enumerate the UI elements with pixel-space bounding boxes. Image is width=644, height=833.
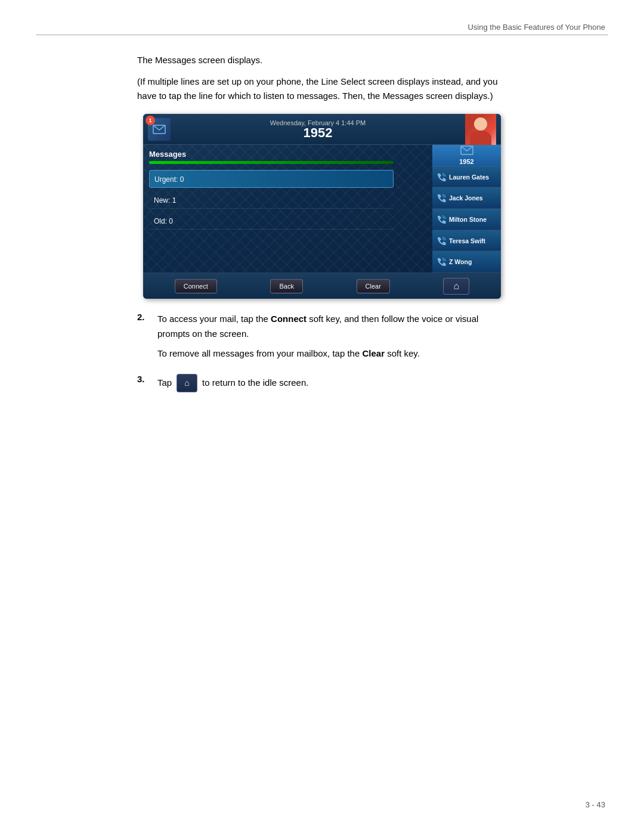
step-3: 3. Tap ⌂ to return to the idle screen.	[137, 374, 507, 392]
voice-icon-teresa	[436, 237, 447, 245]
step-3-home-button[interactable]: ⌂	[177, 374, 197, 392]
new-text: New: 1	[154, 196, 176, 205]
phone-screenshot: 1 Wednesday, February 4 1:44 PM 1952 Mes…	[143, 114, 501, 299]
contact-name-zwong: Z Wong	[449, 258, 472, 265]
step-2-para2: To remove all messages from your mailbox…	[157, 346, 507, 361]
new-row: New: 1	[149, 191, 394, 209]
phone-datetime: Wednesday, February 4 1:44 PM 1952	[171, 119, 465, 140]
urgent-row[interactable]: Urgent: 0	[149, 170, 394, 188]
contact-btn-teresa[interactable]: Teresa Swift	[432, 230, 501, 252]
step-2: 2. To access your mail, tap the Connect …	[137, 312, 507, 366]
step-2-number: 2.	[137, 312, 149, 322]
phone-avatar	[465, 114, 496, 145]
phone-topbar: 1 Wednesday, February 4 1:44 PM 1952	[143, 114, 501, 145]
phone-number: 1952	[171, 126, 465, 140]
phone-softkeys-bar: Connect Back Clear ⌂	[143, 272, 501, 299]
step-3-number: 3.	[137, 374, 149, 384]
clear-button[interactable]: Clear	[357, 279, 390, 293]
voice-icon-milton	[436, 215, 447, 224]
phone-contacts-panel: 1952 Lauren Gates	[432, 145, 501, 272]
step-3-content: Tap ⌂ to return to the idle screen.	[157, 374, 308, 392]
phone-messages-panel: Messages Urgent: 0 New: 1 Old: 0	[143, 145, 400, 272]
page-footer: 3 - 43	[586, 800, 605, 809]
voice-icon-lauren	[436, 173, 447, 181]
intro-section: The Messages screen displays. (If multip…	[137, 53, 507, 103]
voice-icon-zwong	[436, 258, 447, 266]
messages-label: Messages	[149, 150, 394, 159]
contact-btn-zwong[interactable]: Z Wong	[432, 251, 501, 272]
old-row: Old: 0	[149, 212, 394, 230]
page-header: Using the Basic Features of Your Phone	[467, 23, 605, 32]
avatar-body	[470, 131, 491, 145]
messages-bar	[149, 161, 394, 164]
contact-btn-lauren[interactable]: Lauren Gates	[432, 166, 501, 188]
step-2-para1: To access your mail, tap the Connect sof…	[157, 312, 507, 342]
voice-icon-jack	[436, 194, 447, 202]
notification-badge: 1	[145, 116, 155, 125]
back-button[interactable]: Back	[270, 279, 302, 293]
contact-btn-jack[interactable]: Jack Jones	[432, 187, 501, 209]
intro-line1: The Messages screen displays.	[137, 53, 507, 67]
mail-icon	[460, 145, 473, 158]
step-3-return-text: to return to the idle screen.	[202, 377, 308, 388]
contact-name-teresa: Teresa Swift	[449, 237, 485, 244]
contact-btn-milton[interactable]: Milton Stone	[432, 209, 501, 230]
contact-name-jack: Jack Jones	[449, 194, 483, 202]
contact-name-lauren: Lauren Gates	[449, 174, 489, 181]
step-3-tap-text: Tap	[157, 377, 172, 388]
contact-btn-mail[interactable]: 1952	[432, 145, 501, 166]
intro-line2: (If multiple lines are set up on your ph…	[137, 75, 507, 103]
avatar-head	[474, 117, 487, 131]
old-text: Old: 0	[154, 217, 173, 225]
contact-name-milton: Milton Stone	[449, 216, 487, 223]
contact-name-mail: 1952	[459, 158, 473, 165]
notification-icon: 1	[148, 118, 171, 141]
home-button[interactable]: ⌂	[443, 278, 469, 295]
urgent-text: Urgent: 0	[154, 175, 184, 184]
step-2-content: To access your mail, tap the Connect sof…	[157, 312, 507, 366]
connect-button[interactable]: Connect	[175, 279, 217, 293]
